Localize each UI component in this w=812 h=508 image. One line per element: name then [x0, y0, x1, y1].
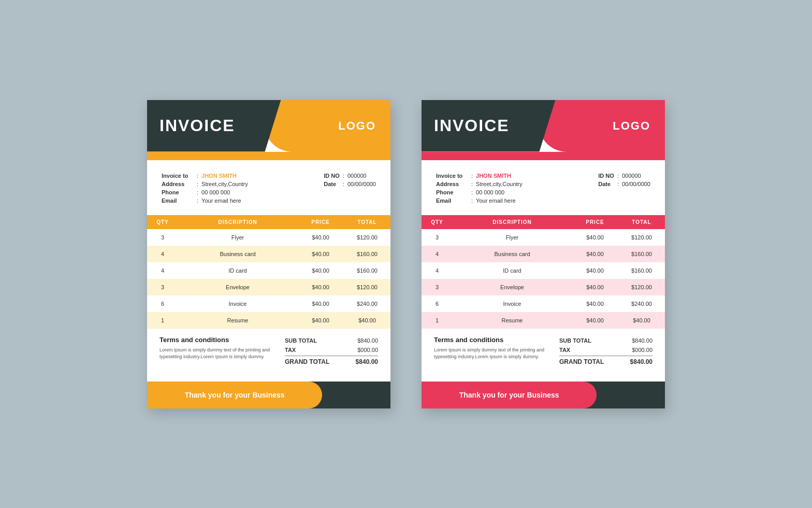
date-value-orange: 00/00/0000	[345, 180, 378, 188]
subtotal-label-orange: SUB TOTAL	[285, 337, 317, 344]
invoice-header-pink: INVOICE LOGO	[422, 100, 665, 152]
table-row: 4Business card$40.00$160.00	[147, 246, 390, 262]
totals-section-orange: Terms and conditions Lorem Ipsum is simp…	[147, 329, 390, 372]
table-row: 1Resume$40.00$40.00	[422, 312, 665, 329]
phone-value-orange: 00 000 000	[199, 188, 250, 196]
email-value-pink: Your email here	[474, 196, 525, 205]
tax-value-pink: $000.00	[632, 347, 653, 353]
subtotal-row-orange: SUB TOTAL $840.00	[285, 336, 378, 345]
subtotal-value-pink: $840.00	[632, 337, 653, 344]
invoice-to-label-pink: Invoice to	[434, 172, 470, 180]
terms-block-orange: Terms and conditions Lorem Ipsum is simp…	[160, 336, 280, 367]
email-label-orange: Email	[160, 196, 196, 205]
grand-total-row-pink: GRAND TOTAL $840.00	[559, 356, 653, 367]
client-info-orange: Invoice to : JHON SMITH Address : Street…	[147, 160, 390, 210]
phone-value-pink: 00 000 000	[474, 188, 525, 196]
subtotal-row-pink: SUB TOTAL $840.00	[559, 336, 653, 345]
terms-title-pink: Terms and conditions	[434, 336, 554, 344]
col-total-pink: TOTAL	[618, 219, 665, 225]
email-label-pink: Email	[434, 196, 470, 205]
grand-total-label-orange: GRAND TOTAL	[285, 358, 329, 365]
date-label-pink: Date	[596, 180, 616, 188]
table-row: 6Invoice$40.00$240.00	[422, 295, 665, 312]
address-value-orange: Street,city,Country	[199, 180, 250, 188]
table-row: 6Invoice$40.00$240.00	[147, 295, 390, 312]
subtotal-label-pink: SUB TOTAL	[559, 337, 591, 344]
date-label-orange: Date	[322, 180, 342, 188]
client-right-orange: ID NO : 000000 Date : 00/00/0000	[322, 172, 378, 188]
footer-text-pink: Thank you for your Business	[459, 391, 559, 399]
invoice-to-label: Invoice to	[160, 172, 196, 180]
table-row: 3Envelope$40.00$120.00	[422, 279, 665, 295]
terms-text-orange: Lorem Ipsum is simply dummy text of the …	[160, 347, 280, 361]
terms-text-pink: Lorem Ipsum is simply dummy text of the …	[434, 347, 554, 361]
totals-block-pink: SUB TOTAL $840.00 TAX $000.00 GRAND TOTA…	[559, 336, 653, 367]
id-value-pink: 000000	[620, 172, 653, 180]
logo-orange: LOGO	[338, 119, 376, 133]
col-price-pink: PRICE	[572, 219, 618, 225]
invoice-header-orange: INVOICE LOGO	[147, 100, 390, 152]
header-dark-orange: INVOICE	[147, 100, 281, 152]
invoice-to-name-orange: JHON SMITH	[201, 173, 237, 179]
table-body-pink: 3Flyer$40.00$120.00 4Business card$40.00…	[422, 229, 665, 329]
client-right-pink: ID NO : 000000 Date : 00/00/0000	[596, 172, 653, 188]
table-row: 4Business card$40.00$160.00	[422, 246, 665, 262]
table-row: 1Resume$40.00$40.00	[147, 312, 390, 329]
totals-block-orange: SUB TOTAL $840.00 TAX $000.00 GRAND TOTA…	[285, 336, 378, 367]
table-row: 3Envelope$40.00$120.00	[147, 279, 390, 295]
client-left-pink: Invoice to : JHON SMITH Address : Street…	[434, 172, 525, 205]
invoice-orange: INVOICE LOGO Invoice to : JHON SMITH Add…	[147, 100, 390, 408]
tax-label-orange: TAX	[285, 347, 296, 353]
client-info-pink: Invoice to : JHON SMITH Address : Street…	[422, 160, 665, 210]
grand-total-value-pink: $840.00	[630, 358, 653, 365]
client-left-orange: Invoice to : JHON SMITH Address : Street…	[160, 172, 250, 205]
col-price-orange: PRICE	[297, 219, 344, 225]
tax-label-pink: TAX	[559, 347, 570, 353]
id-label-pink: ID NO	[596, 172, 616, 180]
logo-pink: LOGO	[613, 119, 650, 133]
table-row: 4ID card$40.00$160.00	[147, 262, 390, 279]
date-value-pink: 00/00/0000	[620, 180, 653, 188]
terms-title-orange: Terms and conditions	[160, 336, 280, 344]
table-row: 3Flyer$40.00$120.00	[147, 229, 390, 246]
table-header-pink: QTY DISCRIPTION PRICE TOTAL	[422, 215, 665, 229]
subtotal-value-orange: $840.00	[357, 337, 378, 344]
email-value-orange: Your email here	[199, 196, 250, 205]
footer-pink: Thank you for your Business	[422, 382, 665, 408]
address-value-pink: Street,city,Country	[474, 180, 525, 188]
table-header-orange: QTY DISCRIPTION PRICE TOTAL	[147, 215, 390, 229]
footer-orange: Thank you for your Business	[147, 382, 390, 408]
grand-total-value-orange: $840.00	[356, 358, 378, 365]
header-dark-pink: INVOICE	[422, 100, 556, 152]
grand-total-label-pink: GRAND TOTAL	[559, 358, 604, 365]
col-total-orange: TOTAL	[344, 219, 390, 225]
tax-row-orange: TAX $000.00	[285, 345, 378, 355]
table-row: 4ID card$40.00$160.00	[422, 262, 665, 279]
tax-row-pink: TAX $000.00	[559, 345, 653, 355]
invoice-title-orange: INVOICE	[160, 116, 235, 135]
tax-value-orange: $000.00	[357, 347, 378, 353]
terms-block-pink: Terms and conditions Lorem Ipsum is simp…	[434, 336, 554, 367]
invoice-pink: INVOICE LOGO Invoice to : JHON SMITH Add…	[422, 100, 665, 408]
col-qty-pink: QTY	[422, 219, 453, 225]
totals-section-pink: Terms and conditions Lorem Ipsum is simp…	[422, 329, 665, 372]
table-body-orange: 3Flyer$40.00$120.00 4Business card$40.00…	[147, 229, 390, 329]
accent-stripe-pink	[422, 152, 665, 160]
accent-stripe-orange	[147, 152, 390, 160]
address-label: Address	[160, 180, 196, 188]
col-desc-orange: DISCRIPTION	[178, 219, 297, 225]
col-desc-pink: DISCRIPTION	[453, 219, 572, 225]
phone-label-orange: Phone	[160, 188, 196, 196]
col-qty-orange: QTY	[147, 219, 178, 225]
phone-label-pink: Phone	[434, 188, 470, 196]
invoice-title-pink: INVOICE	[434, 116, 510, 135]
id-label-orange: ID NO	[322, 172, 342, 180]
id-value-orange: 000000	[345, 172, 378, 180]
invoice-to-name-pink: JHON SMITH	[476, 173, 511, 179]
grand-total-row-orange: GRAND TOTAL $840.00	[285, 356, 378, 367]
address-label-pink: Address	[434, 180, 470, 188]
footer-text-orange: Thank you for your Business	[185, 391, 285, 399]
table-row: 3Flyer$40.00$120.00	[422, 229, 665, 246]
